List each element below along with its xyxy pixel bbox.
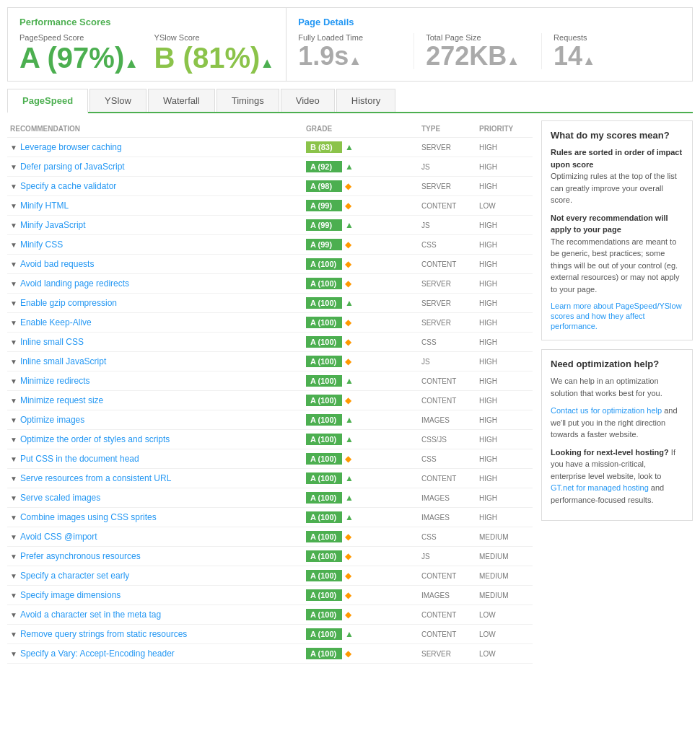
grade-pill: A (100): [306, 395, 342, 406]
grade-arrow: ◆: [345, 356, 351, 366]
row-name[interactable]: ▼ Defer parsing of JavaScript: [10, 162, 306, 172]
optimization-help-box: Need optimization help? We can help in a…: [541, 349, 693, 521]
grade-arrow: ◆: [345, 337, 351, 347]
grade-arrow: ▲: [345, 434, 354, 444]
row-name[interactable]: ▼ Minimize request size: [10, 395, 306, 405]
size-value: 272KB▲: [426, 43, 530, 69]
chevron-icon: ▼: [10, 533, 17, 541]
row-type: IMAGES: [421, 416, 479, 424]
performance-title: Performance Scores: [19, 17, 274, 27]
row-name[interactable]: ▼ Specify image dimensions: [10, 590, 306, 600]
grade-pill: A (100): [306, 628, 342, 640]
row-name[interactable]: ▼ Put CSS in the document head: [10, 454, 306, 464]
row-type: CSS: [421, 338, 479, 346]
table-row: ▼ Prefer asynchronous resources A (100) …: [7, 547, 533, 566]
grade-pill: A (98): [306, 180, 342, 192]
row-type: CSS: [421, 533, 479, 541]
grade-bar: A (100) ◆: [306, 278, 421, 289]
chevron-icon: ▼: [10, 630, 17, 638]
row-priority: HIGH: [479, 377, 530, 385]
row-name[interactable]: ▼ Optimize images: [10, 415, 306, 425]
top-section: Performance Scores PageSpeed Score A (97…: [7, 7, 693, 82]
row-name[interactable]: ▼ Specify a character set early: [10, 571, 306, 581]
row-name[interactable]: ▼ Leverage browser caching: [10, 142, 306, 152]
row-name[interactable]: ▼ Serve resources from a consistent URL: [10, 473, 306, 483]
loaded-value: 1.9s▲: [298, 43, 402, 69]
tab-pagespeed[interactable]: PageSpeed: [7, 89, 88, 113]
row-priority: HIGH: [479, 144, 530, 151]
pagespeed-label: PageSpeed Score: [19, 33, 140, 42]
row-name[interactable]: ▼ Enable Keep-Alive: [10, 317, 306, 327]
tab-timings[interactable]: Timings: [216, 89, 279, 112]
row-name[interactable]: ▼ Specify a cache validator: [10, 181, 306, 191]
row-name[interactable]: ▼ Avoid CSS @import: [10, 532, 306, 542]
row-name[interactable]: ▼ Remove query strings from static resou…: [10, 629, 306, 639]
scores-info-link[interactable]: Learn more about PageSpeed/YSlow scores …: [551, 302, 682, 330]
grade-bar: A (98) ◆: [306, 180, 421, 192]
grade-bar: A (100) ▲: [306, 375, 421, 387]
row-priority: HIGH: [479, 397, 530, 405]
row-priority: MEDIUM: [479, 592, 530, 599]
chevron-icon: ▼: [10, 397, 17, 405]
row-name[interactable]: ▼ Avoid a character set in the meta tag: [10, 610, 306, 620]
row-name[interactable]: ▼ Serve scaled images: [10, 493, 306, 503]
row-name[interactable]: ▼ Avoid bad requests: [10, 259, 306, 269]
optimization-p2: Contact us for optimization help and we'…: [551, 405, 683, 441]
row-name[interactable]: ▼ Prefer asynchronous resources: [10, 551, 306, 561]
table-row: ▼ Minimize request size A (100) ◆ CONTEN…: [7, 391, 533, 410]
grade-arrow: ◆: [345, 317, 351, 327]
chevron-icon: ▼: [10, 358, 17, 366]
chevron-icon: ▼: [10, 455, 17, 463]
row-name[interactable]: ▼ Minify HTML: [10, 201, 306, 211]
grade-pill: A (100): [306, 375, 342, 387]
grade-pill: B (83): [306, 141, 342, 153]
grade-arrow: ◆: [345, 454, 351, 464]
hosting-link[interactable]: GT.net for managed hosting: [551, 483, 649, 492]
row-name[interactable]: ▼ Inline small CSS: [10, 337, 306, 347]
grade-pill: A (100): [306, 550, 342, 562]
table-row: ▼ Optimize the order of styles and scrip…: [7, 430, 533, 449]
grade-arrow: ◆: [345, 610, 351, 620]
contact-link[interactable]: Contact us for optimization help: [551, 406, 662, 415]
chevron-icon: ▼: [10, 241, 17, 249]
row-type: IMAGES: [421, 592, 479, 599]
table-row: ▼ Minimize redirects A (100) ▲ CONTENT H…: [7, 372, 533, 391]
row-name[interactable]: ▼ Combine images using CSS sprites: [10, 512, 306, 522]
optimization-p1: We can help in an optimization solution …: [551, 375, 683, 399]
page-details-title: Page Details: [298, 17, 681, 27]
grade-bar: A (99) ◆: [306, 200, 421, 211]
row-type: CSS: [421, 455, 479, 463]
grade-arrow: ◆: [345, 259, 351, 269]
chevron-icon: ▼: [10, 611, 17, 619]
grade-bar: A (100) ◆: [306, 550, 421, 562]
col-recommendation: RECOMMENDATION: [10, 125, 306, 133]
row-priority: HIGH: [479, 183, 530, 190]
row-type: SERVER: [421, 280, 479, 288]
row-name[interactable]: ▼ Minify JavaScript: [10, 220, 306, 230]
chevron-icon: ▼: [10, 183, 17, 190]
tab-history[interactable]: History: [336, 89, 395, 112]
row-type: CSS/JS: [421, 436, 479, 444]
row-name[interactable]: ▼ Avoid landing page redirects: [10, 278, 306, 289]
tab-yslow[interactable]: YSlow: [89, 89, 146, 112]
row-name[interactable]: ▼ Minify CSS: [10, 239, 306, 250]
tab-waterfall[interactable]: Waterfall: [148, 89, 215, 112]
grade-arrow: ▲: [345, 415, 354, 425]
size-arrow: ▲: [507, 53, 520, 68]
tab-video[interactable]: Video: [281, 89, 335, 112]
table-row: ▼ Serve scaled images A (100) ▲ IMAGES H…: [7, 488, 533, 508]
table-row: ▼ Inline small JavaScript A (100) ◆ JS H…: [7, 352, 533, 372]
row-name[interactable]: ▼ Optimize the order of styles and scrip…: [10, 434, 306, 444]
table-row: ▼ Specify image dimensions A (100) ◆ IMA…: [7, 586, 533, 605]
row-name[interactable]: ▼ Inline small JavaScript: [10, 356, 306, 366]
grade-bar: A (100) ◆: [306, 258, 421, 270]
row-name[interactable]: ▼ Enable gzip compression: [10, 298, 306, 308]
row-name[interactable]: ▼ Specify a Vary: Accept-Encoding header: [10, 649, 306, 659]
grade-bar: A (100) ◆: [306, 356, 421, 367]
table-row: ▼ Minify JavaScript A (99) ▲ JS HIGH: [7, 216, 533, 235]
optimization-title: Need optimization help?: [551, 359, 683, 369]
row-name[interactable]: ▼ Minimize redirects: [10, 376, 306, 386]
table-row: ▼ Combine images using CSS sprites A (10…: [7, 508, 533, 527]
row-type: SERVER: [421, 299, 479, 307]
row-type: CONTENT: [421, 572, 479, 580]
